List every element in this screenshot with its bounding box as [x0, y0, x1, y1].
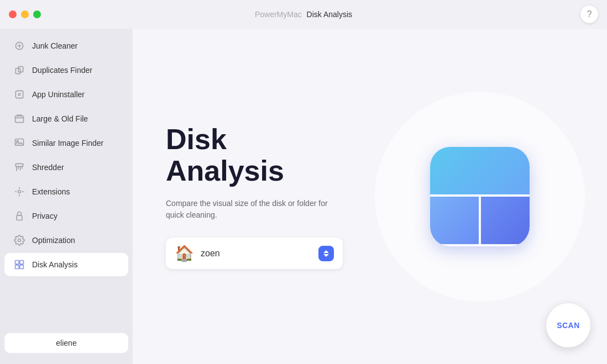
- extensions-icon: [13, 186, 25, 198]
- extensions-label: Extensions: [32, 187, 70, 196]
- svg-point-8: [18, 191, 21, 193]
- minimize-button[interactable]: [21, 10, 29, 18]
- window-title: Disk Analysis: [307, 10, 352, 19]
- app-name: PowerMyMac: [255, 10, 302, 19]
- sidebar-item-similar-image-finder[interactable]: Similar Image Finder: [4, 131, 128, 155]
- junk-cleaner-label: Junk Cleaner: [32, 41, 78, 50]
- sidebar-item-disk-analysis[interactable]: Disk Analysis: [4, 253, 128, 276]
- privacy-label: Privacy: [32, 212, 57, 220]
- sidebar-item-duplicates-finder[interactable]: Duplicates Finder: [4, 59, 128, 82]
- arrow-down-icon: [323, 254, 329, 257]
- sidebar-item-shredder[interactable]: Shredder: [4, 156, 128, 179]
- junk-cleaner-icon: [13, 40, 25, 52]
- shredder-icon: [13, 161, 25, 173]
- optimization-icon: [13, 234, 25, 246]
- duplicates-finder-icon: [13, 64, 25, 76]
- svg-rect-11: [15, 261, 19, 265]
- privacy-icon: [13, 210, 25, 222]
- traffic-lights: [9, 10, 41, 18]
- sidebar-bottom: eliene: [0, 326, 133, 360]
- disk-analysis-label: Disk Analysis: [32, 260, 77, 269]
- selected-folder-label: zoen: [201, 249, 312, 259]
- title-bar: PowerMyMac Disk Analysis ?: [0, 0, 607, 29]
- svg-rect-12: [20, 261, 24, 265]
- sidebar-item-extensions[interactable]: Extensions: [4, 180, 128, 203]
- similar-image-finder-icon: [13, 137, 25, 149]
- large-old-file-icon: [13, 113, 25, 125]
- app-uninstaller-label: App Uninstaller: [32, 90, 85, 99]
- maximize-button[interactable]: [33, 10, 41, 18]
- help-button[interactable]: ?: [580, 6, 598, 23]
- scan-button-container: SCAN: [546, 303, 590, 347]
- large-old-file-label: Large & Old File: [32, 114, 88, 123]
- sidebar-item-large-old-file[interactable]: Large & Old File: [4, 107, 128, 130]
- selector-arrows-button[interactable]: [318, 246, 334, 261]
- svg-rect-9: [17, 215, 22, 220]
- sidebar: Junk CleanerDuplicates FinderApp Uninsta…: [0, 29, 133, 364]
- svg-point-10: [18, 239, 21, 242]
- arrow-up-icon: [323, 250, 329, 253]
- close-button[interactable]: [9, 10, 17, 18]
- content-left: Disk Analysis Compare the visual size of…: [166, 124, 574, 269]
- svg-rect-14: [20, 265, 24, 269]
- app-uninstaller-icon: [13, 88, 25, 101]
- sidebar-item-junk-cleaner[interactable]: Junk Cleaner: [4, 34, 128, 57]
- disk-analysis-icon: [13, 259, 25, 271]
- svg-rect-4: [15, 116, 24, 123]
- sidebar-item-app-uninstaller[interactable]: App Uninstaller: [4, 83, 128, 106]
- page-title: Disk Analysis: [166, 124, 574, 187]
- sidebar-item-optimization[interactable]: Optimization: [4, 229, 128, 252]
- user-button[interactable]: eliene: [4, 333, 128, 353]
- svg-rect-13: [15, 265, 19, 269]
- optimization-label: Optimization: [32, 236, 75, 245]
- folder-selector[interactable]: 🏠 zoen: [166, 238, 343, 269]
- scan-button[interactable]: SCAN: [546, 303, 590, 347]
- duplicates-finder-label: Duplicates Finder: [32, 66, 92, 75]
- similar-image-finder-label: Similar Image Finder: [32, 139, 103, 147]
- sidebar-item-privacy[interactable]: Privacy: [4, 204, 128, 228]
- page-description: Compare the visual size of the disk or f…: [166, 198, 332, 221]
- main-layout: Junk CleanerDuplicates FinderApp Uninsta…: [0, 29, 607, 364]
- shredder-label: Shredder: [32, 163, 64, 172]
- folder-icon: 🏠: [175, 244, 194, 262]
- content-area: Disk Analysis Compare the visual size of…: [133, 29, 607, 364]
- svg-rect-7: [15, 163, 23, 166]
